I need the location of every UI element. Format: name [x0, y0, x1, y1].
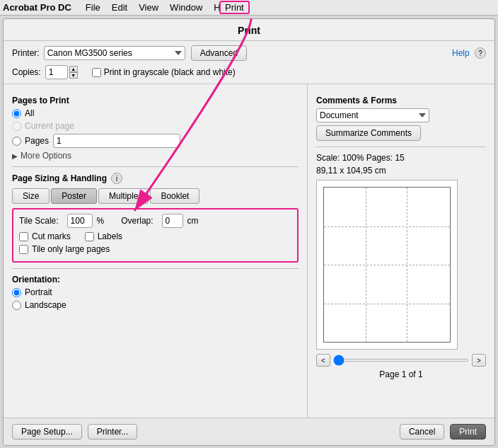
- print-button[interactable]: Print: [450, 424, 486, 440]
- all-label: All: [25, 108, 34, 118]
- copies-label: Copies:: [12, 67, 41, 77]
- pages-input[interactable]: [53, 134, 180, 148]
- grayscale-label: Print in grayscale (black and white): [104, 67, 236, 77]
- menu-file[interactable]: File: [80, 0, 106, 16]
- grid-h1: [324, 226, 450, 227]
- page-slider[interactable]: [333, 359, 469, 362]
- summarize-comments-button[interactable]: Summarize Comments: [316, 125, 421, 141]
- preview-dimensions: 89,11 x 104,95 cm: [316, 166, 486, 176]
- tab-poster[interactable]: Poster: [51, 188, 97, 204]
- current-radio-row: Current page: [12, 121, 299, 131]
- grid-h2: [324, 265, 450, 265]
- tile-only-large-checkbox[interactable]: [19, 245, 28, 254]
- spin-down[interactable]: ▼: [69, 72, 78, 79]
- cancel-button[interactable]: Cancel: [400, 424, 444, 440]
- more-options-row[interactable]: ▶ More Options: [12, 151, 299, 161]
- page-sizing-title: Page Sizing & Handling: [12, 173, 107, 183]
- grid-h3: [324, 304, 450, 304]
- print-menu-button[interactable]: Print: [219, 1, 250, 14]
- tab-booklet[interactable]: Booklet: [150, 188, 199, 204]
- dialog-title: Print: [4, 19, 494, 41]
- page-preview: [316, 180, 458, 350]
- printer-select[interactable]: Canon MG3500 series: [44, 46, 185, 60]
- app-name: Acrobat Pro DC: [3, 2, 71, 13]
- page-label: Page 1 of 1: [379, 369, 422, 379]
- printer-label: Printer:: [12, 48, 40, 58]
- current-label: Current page: [25, 121, 74, 131]
- help-link[interactable]: Help: [452, 48, 470, 58]
- landscape-label: Landscape: [25, 300, 66, 310]
- pages-radio-row: Pages: [12, 134, 299, 148]
- pages-radio[interactable]: [12, 137, 21, 146]
- sizing-info-icon[interactable]: i: [111, 173, 122, 184]
- cm-label: cm: [187, 216, 199, 226]
- menu-window[interactable]: Window: [164, 0, 208, 16]
- labels-checkbox[interactable]: [85, 232, 94, 241]
- tile-scale-input[interactable]: [67, 214, 93, 228]
- next-page-button[interactable]: >: [472, 354, 486, 367]
- printer-button[interactable]: Printer...: [88, 424, 138, 440]
- portrait-radio[interactable]: [12, 288, 21, 297]
- tab-multiple[interactable]: Multiple: [98, 188, 149, 204]
- prev-page-button[interactable]: <: [316, 354, 330, 367]
- tile-scale-label: Tile Scale:: [19, 216, 59, 226]
- percent-label: %: [97, 216, 105, 226]
- copies-input[interactable]: 1: [45, 65, 68, 79]
- pages-label: Pages: [25, 136, 49, 146]
- page-slider-row: < >: [316, 354, 486, 367]
- spin-up[interactable]: ▲: [69, 66, 78, 72]
- tile-only-large-label: Tile only large pages: [32, 244, 110, 254]
- overlap-input[interactable]: [162, 214, 183, 228]
- labels-label: Labels: [98, 231, 122, 241]
- grid-v1: [366, 188, 366, 342]
- more-options-label: More Options: [21, 151, 71, 161]
- advanced-button[interactable]: Advanced: [191, 45, 247, 61]
- grid-v2: [407, 188, 407, 342]
- grayscale-checkbox[interactable]: [92, 68, 101, 77]
- overlap-label: Overlap:: [121, 216, 153, 226]
- tab-size[interactable]: Size: [12, 188, 50, 204]
- menu-view[interactable]: View: [133, 0, 164, 16]
- menubar: Acrobat Pro DC File Edit View Window Hel…: [0, 0, 498, 16]
- print-dialog: Print Printer: Canon MG3500 series Advan…: [3, 18, 495, 446]
- page-setup-button[interactable]: Page Setup...: [12, 424, 82, 440]
- page-grid: [323, 187, 451, 343]
- pages-to-print-title: Pages to Print: [12, 96, 299, 105]
- help-icon[interactable]: ?: [475, 47, 486, 59]
- cut-marks-checkbox[interactable]: [19, 232, 28, 241]
- dialog-footer: Page Setup... Printer... Cancel Print: [4, 418, 494, 445]
- scale-info: Scale: 100% Pages: 15: [316, 153, 486, 163]
- all-radio[interactable]: [12, 109, 21, 118]
- comments-forms-select[interactable]: Document: [316, 108, 429, 122]
- copies-spinner[interactable]: ▲ ▼: [69, 66, 78, 79]
- landscape-radio[interactable]: [12, 301, 21, 310]
- sizing-tabs: Size Poster Multiple Booklet: [12, 188, 299, 204]
- more-options-triangle: ▶: [12, 152, 18, 160]
- current-radio[interactable]: [12, 122, 21, 131]
- cut-marks-label: Cut marks: [32, 231, 71, 241]
- menu-edit[interactable]: Edit: [106, 0, 133, 16]
- orientation-title: Orientation:: [12, 275, 299, 285]
- poster-options: Tile Scale: % Overlap: cm Cut marks Labe…: [12, 208, 299, 263]
- comments-forms-title: Comments & Forms: [316, 96, 486, 105]
- portrait-label: Portrait: [25, 287, 52, 297]
- all-radio-row: All: [12, 108, 299, 118]
